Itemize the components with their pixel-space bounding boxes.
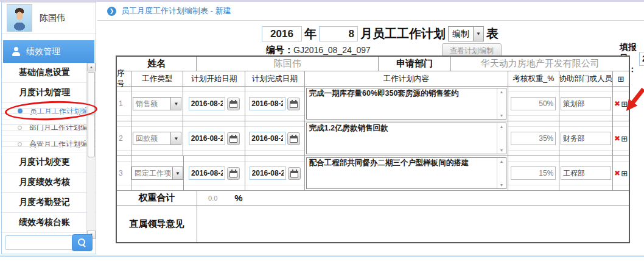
year-unit-label: 年 (304, 26, 317, 42)
plan-content-textarea[interactable]: 完成1.2亿房款销售回款 ▲▼ (306, 123, 506, 154)
table-row: 2 回款额 ▼ 完成1.2亿房款销售回款 (117, 121, 629, 156)
weight-input[interactable] (511, 97, 556, 110)
search-input[interactable] (5, 235, 74, 250)
sidebar-item-label: 月度考勤登记 (19, 197, 70, 208)
assist-dept-input[interactable] (561, 166, 611, 180)
assist-dept-input[interactable] (561, 97, 611, 110)
sidebar-item-monthly-attendance[interactable]: 月度考勤登记 (2, 193, 96, 213)
form-title-text: 月员工工作计划 (360, 26, 446, 42)
scroll-down-icon: ▼ (499, 113, 503, 118)
work-type-select[interactable]: 销售额 ▼ (133, 97, 182, 110)
calendar-glyph (290, 101, 298, 108)
row-number: 1 (119, 99, 123, 108)
form-title-suffix: 表 (486, 26, 499, 42)
plan-mode-value: 编制 (448, 26, 474, 41)
work-type-select[interactable]: 固定工作项 ▼ (131, 166, 183, 180)
sidebar-item-department-monthly-plan[interactable]: 部门月工作计划编制 (2, 120, 96, 136)
calendar-icon[interactable] (288, 167, 301, 180)
plan-mode-select[interactable]: 编制 ▼ (448, 26, 484, 41)
name-label: 姓名 (147, 58, 166, 70)
bullet-icon (18, 126, 22, 130)
calendar-icon[interactable] (227, 167, 240, 180)
start-date-input[interactable] (189, 132, 225, 145)
add-row-icon[interactable]: ⊞ (618, 75, 625, 83)
chevron-down-icon[interactable]: ▼ (173, 166, 183, 180)
plan-content-textarea[interactable]: 完成一期库存量60%即350套房源的销售签约 ▲▼ (306, 88, 506, 120)
work-type-select[interactable]: 回款额 ▼ (133, 132, 182, 145)
end-date-input[interactable] (250, 166, 286, 180)
end-date-input[interactable] (249, 132, 285, 145)
chevron-down-icon[interactable]: ▼ (171, 132, 181, 145)
leader-opinion-field[interactable] (197, 206, 629, 242)
start-date-input[interactable] (189, 166, 225, 180)
sidebar-item-label: 基础信息设置 (19, 67, 70, 78)
end-date-input[interactable] (249, 97, 285, 110)
month-input[interactable] (319, 26, 358, 41)
header-content: 工作计划内容 (305, 71, 508, 86)
sidebar-item-label: 高管月工作计划编制 (29, 139, 95, 149)
work-type-value: 固定工作项 (131, 166, 173, 180)
row-number: 3 (119, 169, 123, 177)
textarea-scrollbar[interactable]: ▲▼ (497, 158, 506, 188)
search-button[interactable] (72, 234, 93, 251)
dept-value: 华天动力房地产开发有限公司 (481, 58, 600, 70)
form-title: 年 月员工工作计划 编制 ▼ 表 (262, 26, 499, 42)
calendar-glyph (229, 101, 237, 108)
fill-date-input[interactable] (639, 52, 644, 66)
calendar-icon[interactable] (287, 98, 300, 110)
year-input[interactable] (262, 26, 302, 41)
add-row-icon[interactable]: ⊞ (621, 135, 628, 143)
textarea-scrollbar[interactable]: ▲▼ (497, 123, 506, 154)
scrollbar-thumb[interactable] (88, 72, 95, 157)
sidebar-item-monthly-plan-management[interactable]: 月度计划管理 (2, 83, 96, 103)
name-value: 陈国伟 (274, 58, 301, 70)
breadcrumb: ❯ 员工月度工作计划编制表 - 新建 (97, 2, 644, 21)
sidebar-item-label: 员工月工作计划编制 (30, 106, 96, 116)
plan-content-textarea[interactable]: 配合工程部共同督办二期三个户型样板间的搭建 ▲▼ (306, 157, 506, 189)
sidebar-item-label: 月度绩效考核 (19, 177, 70, 188)
header-assist: 协助部门或人员 (559, 71, 614, 86)
weight-input[interactable] (511, 166, 556, 180)
scroll-down-icon: ▼ (500, 183, 504, 187)
header-no: 序号 (117, 71, 131, 86)
sidebar-item-basic-info-settings[interactable]: 基础信息设置 (2, 63, 96, 83)
delete-row-icon[interactable]: ✖ (614, 170, 620, 177)
delete-row-icon[interactable]: ✖ (614, 135, 620, 142)
calendar-icon[interactable] (227, 132, 240, 145)
work-type-value: 回款额 (133, 132, 172, 145)
sidebar-item-performance-ledger[interactable]: 绩效考核台账 (2, 213, 96, 233)
user-profile: 陈国伟 (2, 2, 96, 34)
sidebar-scrollbar[interactable]: ▲ ▼ (86, 63, 95, 239)
start-date-input[interactable] (189, 97, 225, 110)
chevron-down-icon[interactable]: ▼ (474, 26, 484, 41)
sidebar-item-executive-monthly-plan[interactable]: 高管月工作计划编制 (2, 136, 96, 152)
bullet-icon (18, 109, 23, 113)
bottom-divider (0, 256, 644, 257)
table-row: 3 固定工作项 ▼ 配合工程部共同督办二期三个户 (117, 156, 629, 191)
leader-opinion-row: 直属领导意见 (117, 206, 629, 242)
table-header-row: 序号 工作类型 计划开始日期 计划完成日期 工作计划内容 考核权重_% 协助部门… (117, 71, 629, 87)
scroll-up-icon[interactable]: ▲ (87, 63, 96, 71)
textarea-scrollbar[interactable]: ▲▼ (497, 88, 506, 119)
sidebar-item-label: 月度计划管理 (19, 87, 70, 98)
calendar-icon[interactable] (227, 98, 240, 110)
sidebar-item-employee-monthly-plan[interactable]: 员工月工作计划编制 (2, 103, 96, 120)
plan-content-text: 完成一期库存量60%即350套房源的销售签约 (307, 88, 497, 119)
user-avatar[interactable] (7, 4, 32, 32)
add-row-icon[interactable]: ⊞ (621, 100, 628, 108)
sidebar-item-monthly-performance-review[interactable]: 月度绩效考核 (2, 173, 96, 193)
row-number: 2 (119, 134, 123, 143)
header-start: 计划开始日期 (183, 71, 245, 86)
weight-input[interactable] (511, 132, 556, 145)
plan-table: 姓名 陈国伟 申请部门 华天动力房地产开发有限公司 序号 工作类型 计划开始日期… (116, 55, 630, 243)
sidebar-item-monthly-plan-change[interactable]: 月度计划变更 (2, 152, 96, 173)
calendar-icon[interactable] (287, 132, 300, 145)
calendar-glyph (229, 171, 237, 177)
doc-number: 编号：GJ2016_08_24_097 (266, 45, 371, 56)
leader-opinion-label: 直属领导意见 (130, 218, 184, 230)
assist-dept-input[interactable] (561, 132, 611, 145)
add-row-icon[interactable]: ⊞ (621, 170, 628, 177)
delete-row-icon[interactable]: ✖ (614, 100, 620, 107)
chevron-down-icon[interactable]: ▼ (171, 97, 181, 110)
sidebar-section-performance[interactable]: 绩效管理 (3, 40, 94, 63)
